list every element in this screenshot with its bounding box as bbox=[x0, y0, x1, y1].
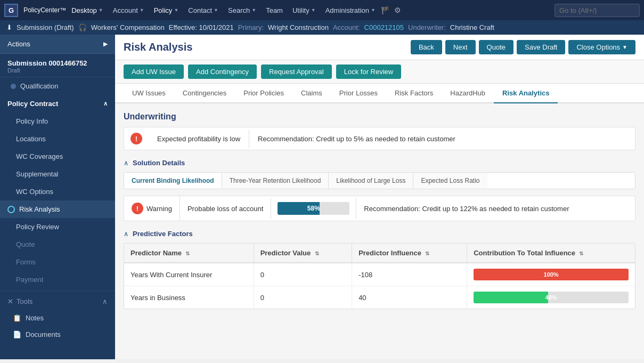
sidebar-item-qualification[interactable]: Qualification bbox=[0, 77, 115, 95]
sidebar-item-label: Qualification bbox=[20, 82, 59, 90]
workers-comp-icon: 🎧 bbox=[78, 23, 87, 31]
predictive-factors-section: ∧ Predictive Factors Predictor Name ⇅ bbox=[124, 230, 635, 309]
contribution-cell: 100% bbox=[467, 263, 635, 286]
alert-icon: ! bbox=[131, 133, 142, 144]
solution-tabs: Current Binding Likelihood Three-Year Re… bbox=[124, 172, 635, 189]
sidebar-item-label: Documents bbox=[26, 330, 61, 338]
predictive-factors-header[interactable]: ∧ Predictive Factors bbox=[124, 230, 635, 238]
predictive-factors-table-container: Predictor Name ⇅ Predictor Value ⇅ Predi… bbox=[124, 243, 635, 309]
contribution-bar-container: 48% bbox=[474, 292, 629, 303]
notes-icon: 📋 bbox=[13, 314, 21, 322]
sidebar-item-policy-contract[interactable]: Policy Contract ∧ bbox=[0, 95, 115, 112]
request-approval-button[interactable]: Request Approval bbox=[261, 64, 332, 79]
sidebar: Actions ▶ Submission 0001466752 Draft Qu… bbox=[0, 35, 115, 359]
col-contribution[interactable]: Contribution To Total Influence ⇅ bbox=[467, 244, 635, 263]
chevron-down-icon: ▼ bbox=[371, 7, 376, 13]
solution-details-header[interactable]: ∧ Solution Details bbox=[124, 159, 635, 167]
solution-tab-loss-ratio[interactable]: Expected Loss Ratio bbox=[413, 173, 487, 189]
sidebar-item-label: WC Coverages bbox=[16, 152, 63, 160]
alert-recommendation: Recommendation: Credit up to 5% as neede… bbox=[249, 130, 464, 148]
contribution-bar-container: 100% bbox=[474, 269, 629, 280]
sidebar-item-supplemental[interactable]: Supplemental bbox=[0, 165, 115, 183]
underwriter-value: Christine Craft bbox=[450, 23, 494, 31]
collapse-arrow-icon: ∧ bbox=[124, 159, 128, 167]
solution-tab-retention[interactable]: Three-Year Retention Likelihood bbox=[222, 173, 329, 189]
chevron-up-icon: ∧ bbox=[102, 297, 108, 305]
tab-claims[interactable]: Claims bbox=[292, 84, 331, 103]
predictive-factors-heading: Predictive Factors bbox=[133, 230, 193, 238]
tab-uw-issues[interactable]: UW Issues bbox=[124, 84, 174, 103]
sidebar-item-policy-review[interactable]: Policy Review bbox=[0, 218, 115, 236]
submission-status: Draft bbox=[7, 67, 108, 74]
solution-tab-large-loss[interactable]: Likelihood of Large Loss bbox=[329, 173, 413, 189]
solution-tab-binding[interactable]: Current Binding Likelihood bbox=[124, 173, 222, 189]
sidebar-item-label: Policy Contract bbox=[7, 100, 58, 108]
nav-policy[interactable]: Policy ▼ bbox=[150, 4, 183, 17]
gear-icon[interactable]: ⚙ bbox=[394, 6, 401, 14]
chevron-down-icon: ▼ bbox=[99, 7, 103, 13]
col-predictor-value[interactable]: Predictor Value ⇅ bbox=[254, 244, 352, 263]
alert-icon-cell: ! bbox=[124, 127, 149, 150]
solution-details-heading: Solution Details bbox=[133, 159, 185, 167]
page-title: Risk Analysis bbox=[124, 41, 192, 53]
sidebar-item-documents[interactable]: 📄 Documents bbox=[0, 326, 115, 343]
lock-for-review-button[interactable]: Lock for Review bbox=[336, 64, 401, 79]
quote-button[interactable]: Quote bbox=[479, 40, 513, 54]
tab-contingencies[interactable]: Contingencies bbox=[174, 84, 235, 103]
nav-utility[interactable]: Utility ▼ bbox=[288, 4, 320, 17]
add-contingency-button[interactable]: Add Contingency bbox=[188, 64, 257, 79]
underwriter-label: Underwriter: bbox=[408, 23, 446, 31]
probable-loss-cell: Probable loss of account bbox=[180, 198, 271, 219]
sidebar-item-locations[interactable]: Locations bbox=[0, 130, 115, 148]
dot-icon bbox=[11, 84, 16, 89]
tab-hazardhub[interactable]: HazardHub bbox=[442, 84, 494, 103]
sort-icon: ⇅ bbox=[579, 251, 583, 256]
tab-prior-losses[interactable]: Prior Losses bbox=[331, 84, 386, 103]
tab-risk-factors[interactable]: Risk Factors bbox=[386, 84, 442, 103]
sort-icon: ⇅ bbox=[425, 251, 429, 256]
warning-label: Warning bbox=[146, 205, 172, 213]
account-value[interactable]: C000212105 bbox=[364, 23, 404, 31]
add-uw-issue-button[interactable]: Add UW Issue bbox=[124, 64, 184, 79]
chevron-down-icon: ▼ bbox=[251, 7, 256, 13]
sidebar-item-policy-info[interactable]: Policy Info bbox=[0, 112, 115, 130]
submission-draft-label: Submission (Draft) bbox=[17, 23, 74, 31]
chevron-up-icon: ∧ bbox=[103, 100, 108, 107]
sidebar-item-label: Notes bbox=[26, 314, 44, 322]
nav-account[interactable]: Account ▼ bbox=[109, 4, 149, 17]
predictor-value-cell: 0 bbox=[254, 263, 352, 286]
underwriting-heading: Underwriting bbox=[124, 112, 635, 122]
col-predictor-influence[interactable]: Predictor Influence ⇅ bbox=[352, 244, 467, 263]
sidebar-item-label: Locations bbox=[16, 135, 46, 143]
back-button[interactable]: Back bbox=[411, 40, 442, 54]
tab-risk-analytics[interactable]: Risk Analytics bbox=[494, 84, 558, 103]
logo-letter: G bbox=[9, 6, 14, 14]
top-nav: G PolicyCenter™ Desktop ▼ Account ▼ Poli… bbox=[0, 0, 644, 20]
col-predictor-name[interactable]: Predictor Name ⇅ bbox=[124, 244, 254, 263]
nav-search[interactable]: Search ▼ bbox=[224, 4, 260, 17]
contribution-cell: 48% bbox=[467, 286, 635, 309]
workers-comp-label: Workers' Compensation bbox=[91, 23, 165, 31]
tab-prior-policies[interactable]: Prior Policies bbox=[235, 84, 292, 103]
app-logo: G bbox=[4, 4, 18, 17]
sidebar-item-payment: Payment bbox=[0, 271, 115, 288]
close-options-button[interactable]: Close Options ▼ bbox=[568, 40, 635, 54]
save-draft-button[interactable]: Save Draft bbox=[517, 40, 565, 54]
nav-contact[interactable]: Contact ▼ bbox=[184, 4, 223, 17]
chevron-down-icon: ▼ bbox=[622, 44, 627, 50]
nav-administration[interactable]: Administration ▼ bbox=[321, 4, 380, 17]
sidebar-item-wc-options[interactable]: WC Options bbox=[0, 183, 115, 200]
bookmark-icon[interactable]: 🏴 bbox=[381, 6, 390, 14]
sidebar-item-notes[interactable]: 📋 Notes bbox=[0, 310, 115, 326]
nav-team[interactable]: Team bbox=[262, 4, 287, 17]
global-search-input[interactable] bbox=[555, 4, 640, 17]
next-button[interactable]: Next bbox=[445, 40, 476, 54]
progress-cell: 58% bbox=[271, 198, 356, 219]
effective-date: Effective: 10/01/2021 bbox=[169, 23, 234, 31]
sidebar-tools-section[interactable]: ✕ Tools ∧ bbox=[0, 293, 115, 310]
sidebar-item-wc-coverages[interactable]: WC Coverages bbox=[0, 148, 115, 165]
sidebar-actions-button[interactable]: Actions ▶ bbox=[0, 35, 115, 54]
sidebar-item-label: Supplemental bbox=[16, 170, 59, 178]
nav-desktop[interactable]: Desktop ▼ bbox=[67, 4, 108, 17]
sidebar-item-risk-analysis[interactable]: Risk Analysis bbox=[0, 200, 115, 218]
